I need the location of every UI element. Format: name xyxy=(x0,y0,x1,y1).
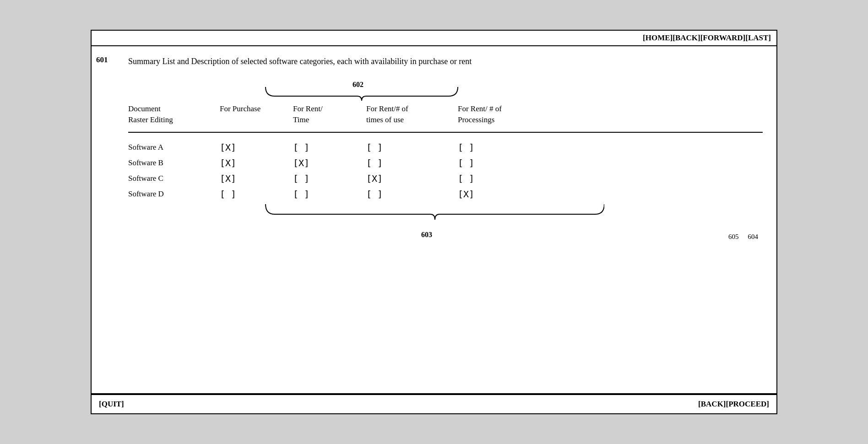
row-2-name: Software C xyxy=(128,174,220,183)
ref-601: 601 xyxy=(92,46,119,393)
col-header-0: Document Raster Editing xyxy=(128,103,220,125)
table-section: 602 Document Raster Editing For Purchase… xyxy=(128,81,763,245)
nav-buttons[interactable]: [HOME][BACK][FORWARD][LAST] xyxy=(643,33,771,43)
row-2-purchase[interactable]: [X] xyxy=(220,173,293,184)
row-2-rentproc[interactable]: [ ] xyxy=(458,173,549,184)
col-header-3: For Rent/# of times of use xyxy=(366,103,458,125)
proceed-button[interactable]: [PROCEED] xyxy=(726,400,769,409)
quit-button[interactable]: [QUIT] xyxy=(99,400,124,409)
row-3-name: Software D xyxy=(128,190,220,199)
row-3-purchase[interactable]: [ ] xyxy=(220,189,293,200)
content-area: Summary List and Description of selected… xyxy=(119,46,776,393)
col-header-2: For Rent/ Time xyxy=(293,103,366,125)
row-2-renttime[interactable]: [ ] xyxy=(293,173,366,184)
row-1-rentproc[interactable]: [ ] xyxy=(458,157,549,168)
back-button[interactable]: [BACK] xyxy=(698,400,726,409)
description-text: Summary List and Description of selected… xyxy=(128,55,763,68)
footer-bar: [QUIT] [BACK] [PROCEED] xyxy=(92,394,776,413)
row-0-purchase[interactable]: [X] xyxy=(220,142,293,153)
row-0-renttimes[interactable]: [ ] xyxy=(366,142,458,153)
ref-605: 605 xyxy=(728,233,739,241)
table-row: Software B [X] [X] [ ] [ ] xyxy=(128,157,763,168)
row-3-renttime[interactable]: [ ] xyxy=(293,189,366,200)
row-1-purchase[interactable]: [X] xyxy=(220,157,293,168)
col-header-1: For Purchase xyxy=(220,103,293,125)
row-1-renttime[interactable]: [X] xyxy=(293,157,366,168)
col-header-4: For Rent/ # of Processings xyxy=(458,103,549,125)
nav-bar: [HOME][BACK][FORWARD][LAST] xyxy=(92,31,776,46)
row-3-renttimes[interactable]: [ ] xyxy=(366,189,458,200)
row-0-rentproc[interactable]: [ ] xyxy=(458,142,549,153)
row-0-renttime[interactable]: [ ] xyxy=(293,142,366,153)
row-2-renttimes[interactable]: [X] xyxy=(366,173,458,184)
brace-602-svg xyxy=(261,87,462,103)
row-0-name: Software A xyxy=(128,143,220,152)
ref-604: 604 xyxy=(748,233,759,241)
row-1-renttimes[interactable]: [ ] xyxy=(366,157,458,168)
row-3-rentproc[interactable]: [X] xyxy=(458,189,549,200)
brace-603-svg xyxy=(261,204,604,232)
table-row: Software A [X] [ ] [ ] [ ] xyxy=(128,142,763,153)
main-area: 601 Summary List and Description of sele… xyxy=(92,46,776,394)
table-row: Software C [X] [ ] [X] [ ] xyxy=(128,173,763,184)
table-row: Software D [ ] [ ] [ ] [X] xyxy=(128,189,763,200)
table-header: Document Raster Editing For Purchase For… xyxy=(128,103,763,133)
brace-603-label: 603 xyxy=(421,231,432,239)
main-window: [HOME][BACK][FORWARD][LAST] 601 Summary … xyxy=(91,30,777,414)
row-1-name: Software B xyxy=(128,158,220,168)
footer-right-buttons: [BACK] [PROCEED] xyxy=(698,400,769,409)
table-body: Software A [X] [ ] [ ] [ ] Software B [X… xyxy=(128,142,763,200)
